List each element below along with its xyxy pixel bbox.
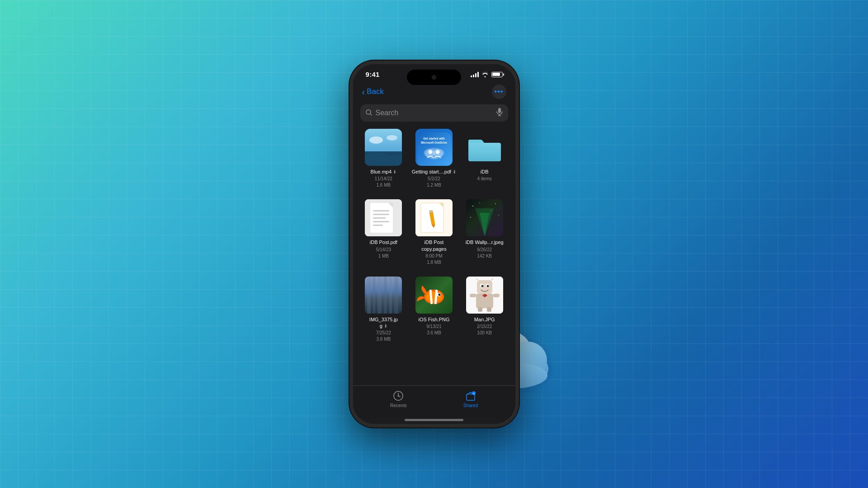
file-row-1: Blue.mp4 ⬇ 11/14/221.6 MB (359, 129, 510, 188)
search-bar[interactable]: Search (360, 104, 508, 122)
svg-rect-20 (373, 210, 389, 211)
file-meta-getting-started: 5/2/221.2 MB (427, 176, 441, 188)
phone-screen: 9:41 (353, 64, 515, 424)
cloud-icon-2: ⬇ (453, 169, 456, 174)
svg-point-33 (472, 206, 473, 206)
back-button[interactable]: ‹ Back (362, 87, 384, 96)
svg-rect-72 (467, 394, 475, 400)
file-name-img3375: IMG_3375.jpg ⬇ (369, 316, 398, 329)
tab-bar: Recents + Shared (353, 385, 515, 417)
phone-device: 9:41 (349, 61, 519, 427)
tab-shared[interactable]: + Shared (463, 390, 478, 408)
file-name-idb-post-pages: iDB Post copy.pages (411, 239, 457, 252)
file-name-ios-fish: iOS Fish.PNG (418, 316, 449, 323)
file-item-ios-fish[interactable]: iOS Fish.PNG 9/13/213.6 MB (411, 277, 457, 343)
wifi-icon (481, 72, 489, 77)
file-item-idb-folder[interactable]: iDB 4 items (462, 129, 507, 188)
file-thumb-blue-mp4 (365, 129, 402, 166)
file-thumb-ios-fish (415, 277, 453, 314)
more-dots-icon: ••• (495, 88, 504, 96)
file-name-blue-mp4: Blue.mp4 ⬇ (371, 169, 397, 175)
file-name-idb-wallpaper: iDB Wallp...r.jpeg (466, 239, 504, 245)
svg-rect-65 (478, 307, 482, 312)
file-thumb-idb-post-pdf (365, 199, 402, 236)
file-item-getting-started[interactable]: Get started with Microsoft OneDrive (411, 129, 457, 188)
svg-rect-64 (493, 294, 500, 297)
svg-rect-40 (367, 277, 371, 314)
file-meta-man-jpg: 2/15/22100 KB (477, 324, 492, 336)
svg-rect-42 (377, 277, 382, 314)
tab-recents-label: Recents (390, 403, 407, 408)
volume-up-button[interactable] (349, 141, 350, 166)
shared-icon: + (465, 390, 476, 401)
back-chevron-icon: ‹ (362, 87, 365, 96)
svg-point-53 (439, 294, 440, 295)
svg-rect-22 (373, 217, 386, 219)
microphone-icon[interactable] (496, 108, 503, 118)
file-meta-idb-post-pdf: 5/14/231 MB (376, 247, 391, 259)
svg-point-52 (438, 293, 440, 296)
svg-point-37 (470, 217, 471, 218)
svg-rect-24 (373, 225, 383, 226)
signal-bar-3 (475, 73, 476, 77)
signal-bar-4 (477, 72, 479, 77)
home-indicator (353, 417, 515, 424)
file-item-idb-post-pdf[interactable]: iDB Post.pdf 5/14/231 MB (361, 199, 406, 266)
file-thumb-img3375 (365, 277, 402, 314)
svg-rect-23 (373, 221, 389, 222)
svg-rect-66 (487, 307, 491, 312)
file-thumb-idb-post-pages (415, 199, 453, 236)
volume-down-button[interactable] (349, 173, 350, 197)
search-placeholder: Search (376, 109, 493, 117)
svg-point-7 (369, 136, 383, 144)
file-thumb-man-jpg (466, 277, 503, 314)
svg-point-16 (436, 150, 440, 154)
file-meta-idb-post-pages: 8:00 PM1.8 MB (425, 253, 442, 266)
file-meta-idb-wallpaper: 9/26/22142 KB (477, 247, 492, 259)
file-row-2: iDB Post.pdf 5/14/231 MB (359, 199, 510, 266)
battery-icon (491, 72, 503, 77)
file-item-idb-post-pages[interactable]: iDB Post copy.pages 8:00 PM1.8 MB (411, 199, 457, 266)
battery-fill (492, 73, 500, 76)
svg-point-58 (481, 285, 483, 287)
svg-point-34 (495, 203, 496, 204)
cloud-icon: ⬇ (393, 169, 396, 174)
tab-recents[interactable]: Recents (390, 390, 407, 408)
svg-text:+: + (473, 392, 475, 395)
status-time: 9:41 (366, 70, 380, 78)
file-thumb-idb-wallpaper (466, 199, 503, 236)
status-icons (471, 72, 503, 77)
signal-bar-1 (471, 75, 472, 77)
file-item-blue-mp4[interactable]: Blue.mp4 ⬇ 11/14/221.6 MB (361, 129, 406, 188)
recents-icon (393, 390, 404, 401)
file-item-idb-wallpaper[interactable]: iDB Wallp...r.jpeg 9/26/22142 KB (462, 199, 507, 266)
file-name-idb-folder: iDB (481, 169, 489, 175)
cloud-icon-3: ⬇ (384, 324, 387, 328)
svg-rect-21 (373, 214, 389, 215)
svg-text:Get started with: Get started with (423, 137, 445, 140)
power-button[interactable] (518, 141, 519, 177)
svg-point-36 (491, 210, 491, 211)
svg-point-35 (479, 202, 480, 203)
svg-rect-45 (394, 277, 398, 314)
file-item-img3375[interactable]: IMG_3375.jpg ⬇ 7/25/223.8 MB (361, 277, 406, 343)
svg-rect-43 (384, 277, 387, 314)
svg-rect-44 (389, 277, 392, 314)
search-icon (366, 109, 372, 117)
svg-rect-41 (373, 277, 375, 314)
svg-rect-2 (498, 108, 501, 113)
file-name-man-jpg: Man.JPG (474, 316, 495, 323)
file-meta-img3375: 7/25/223.8 MB (376, 330, 391, 343)
svg-point-38 (498, 215, 499, 216)
svg-point-59 (486, 285, 489, 287)
file-thumb-getting-started: Get started with Microsoft OneDrive (415, 129, 453, 166)
back-label: Back (367, 87, 384, 96)
phone-wrapper: 9:41 (349, 61, 519, 427)
file-meta-idb-folder: 4 items (477, 176, 492, 182)
more-button[interactable]: ••• (492, 84, 506, 99)
signal-bar-2 (473, 75, 474, 77)
file-item-man-jpg[interactable]: Man.JPG 2/15/22100 KB (462, 277, 507, 343)
front-camera (432, 75, 436, 80)
file-name-getting-started: Getting start....pdf ⬇ (412, 169, 457, 175)
svg-text:Microsoft OneDrive: Microsoft OneDrive (421, 141, 448, 144)
